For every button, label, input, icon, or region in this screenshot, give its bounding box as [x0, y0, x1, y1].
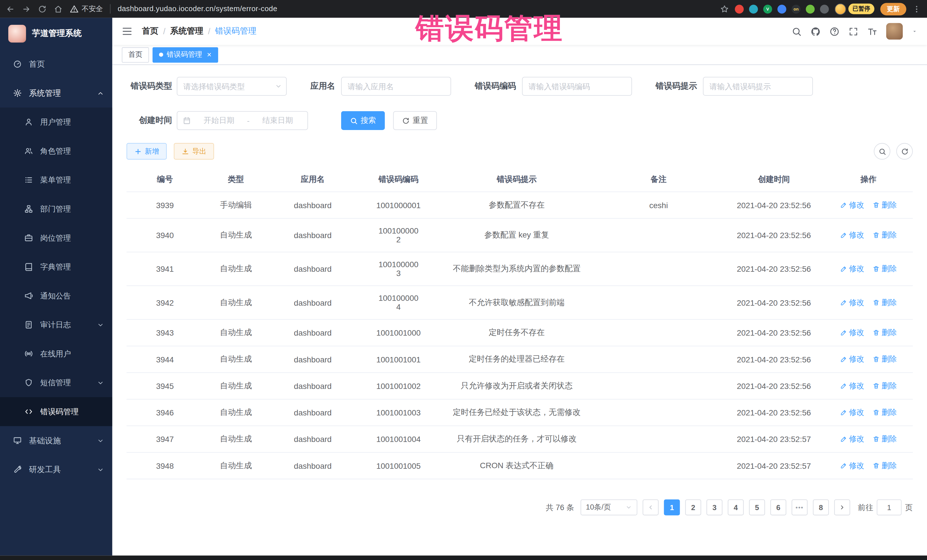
forward-icon[interactable]: [22, 5, 31, 14]
browser-update-button[interactable]: 更新: [880, 3, 906, 15]
delete-icon: [872, 329, 880, 336]
ext-green-check-icon[interactable]: V: [763, 5, 772, 14]
help-icon[interactable]: [830, 26, 839, 36]
edit-link[interactable]: 修改: [840, 230, 864, 240]
error-type-select[interactable]: [177, 77, 287, 96]
ext-green-dot-icon[interactable]: [806, 5, 815, 14]
date-range-picker[interactable]: 开始日期 - 结束日期: [177, 111, 308, 130]
delete-link[interactable]: 删除: [872, 354, 897, 365]
cell-app: dashboard: [268, 426, 357, 452]
hamburger-icon[interactable]: [122, 26, 132, 36]
cell-created: 2021-04-20 23:52:56: [723, 399, 824, 426]
browser-profile-avatar[interactable]: [835, 3, 846, 14]
refresh-table-button[interactable]: [896, 143, 913, 160]
url-text[interactable]: dashboard.yudao.iocoder.cn/system/error-…: [117, 5, 277, 13]
ext-puzzle-icon[interactable]: [820, 5, 829, 14]
sidebar-item-dict[interactable]: 字典管理: [0, 252, 112, 281]
kebab-menu-icon[interactable]: [912, 5, 921, 14]
edit-link[interactable]: 修改: [840, 381, 864, 391]
sidebar-item-role[interactable]: 角色管理: [0, 137, 112, 165]
sidebar-item-system[interactable]: 系统管理: [0, 79, 112, 108]
sidebar-item-dept[interactable]: 部门管理: [0, 194, 112, 223]
page-button-6[interactable]: 6: [770, 499, 786, 515]
delete-link[interactable]: 删除: [872, 434, 897, 444]
next-page-button[interactable]: [834, 499, 850, 515]
sidebar-item-sms[interactable]: 短信管理: [0, 368, 112, 397]
cell-actions: 修改删除: [824, 319, 913, 346]
delete-link[interactable]: 删除: [872, 297, 897, 308]
reload-icon[interactable]: [38, 5, 47, 14]
edit-link[interactable]: 修改: [840, 354, 864, 365]
ext-red-circle-icon[interactable]: [735, 5, 744, 14]
edit-link[interactable]: 修改: [840, 407, 864, 418]
page-button-8[interactable]: 8: [813, 499, 829, 515]
edit-link[interactable]: 修改: [840, 264, 864, 274]
edit-link[interactable]: 修改: [840, 327, 864, 338]
cell-created: 2021-04-20 23:52:56: [723, 252, 824, 286]
sidebar-item-dev-tools[interactable]: 研发工具: [0, 455, 112, 484]
search-button[interactable]: 搜索: [341, 111, 385, 130]
tab-error-code[interactable]: 错误码管理 ×: [153, 47, 218, 62]
edit-link[interactable]: 修改: [840, 297, 864, 308]
edit-link[interactable]: 修改: [840, 434, 864, 444]
reset-button[interactable]: 重置: [393, 111, 437, 130]
breadcrumb: 首页 / 系统管理 / 错误码管理: [142, 26, 257, 36]
delete-link[interactable]: 删除: [872, 460, 897, 471]
page-size-select[interactable]: 10条/页: [581, 499, 637, 515]
delete-link[interactable]: 删除: [872, 230, 897, 240]
search-icon[interactable]: [792, 26, 801, 36]
toggle-search-button[interactable]: [874, 143, 890, 160]
edit-label: 修改: [849, 264, 864, 274]
delete-label: 删除: [881, 407, 897, 418]
caret-down-icon[interactable]: [912, 28, 918, 34]
delete-link[interactable]: 删除: [872, 381, 897, 391]
sidebar-item-infra[interactable]: 基础设施: [0, 426, 112, 455]
ext-on-badge-icon[interactable]: on: [792, 5, 800, 14]
error-hint-input[interactable]: [703, 77, 813, 96]
tab-home[interactable]: 首页: [122, 47, 149, 62]
ext-teal-drop-icon[interactable]: [749, 5, 758, 14]
bookmark-star-icon[interactable]: [720, 5, 729, 14]
sidebar-item-online-user[interactable]: 在线用户: [0, 339, 112, 369]
cell-app: dashboard: [268, 252, 357, 286]
sidebar-item-home[interactable]: 首页: [0, 50, 112, 79]
breadcrumb-system[interactable]: 系统管理: [170, 26, 204, 36]
font-size-icon[interactable]: [868, 26, 877, 36]
delete-link[interactable]: 删除: [872, 200, 897, 211]
logo-row[interactable]: 芋道管理系统: [0, 18, 112, 50]
fullscreen-icon[interactable]: [848, 26, 858, 36]
sidebar-item-menu[interactable]: 菜单管理: [0, 165, 112, 194]
user-avatar[interactable]: [886, 23, 903, 39]
ext-color-grid-icon[interactable]: [778, 5, 786, 14]
browser-profile[interactable]: 已暂停: [835, 3, 874, 14]
export-button[interactable]: 导出: [174, 143, 214, 160]
delete-link[interactable]: 删除: [872, 264, 897, 274]
page-button-2[interactable]: 2: [685, 499, 701, 515]
back-icon[interactable]: [6, 5, 15, 14]
github-icon[interactable]: [811, 26, 821, 36]
page-button-1[interactable]: 1: [664, 499, 680, 515]
edit-link[interactable]: 修改: [840, 460, 864, 471]
breadcrumb-home[interactable]: 首页: [142, 26, 158, 36]
sidebar-item-audit-log[interactable]: 审计日志: [0, 310, 112, 339]
error-code-input[interactable]: [522, 77, 632, 96]
sidebar-item-post[interactable]: 岗位管理: [0, 223, 112, 252]
add-button[interactable]: 新增: [127, 143, 167, 160]
sidebar-item-error-code[interactable]: 错误码管理: [0, 397, 112, 426]
page-button-3[interactable]: 3: [707, 499, 722, 515]
sidebar-item-notice[interactable]: 通知公告: [0, 281, 112, 311]
browser-home-icon[interactable]: [54, 5, 63, 14]
prev-page-button[interactable]: [643, 499, 659, 515]
page-button-5[interactable]: 5: [749, 499, 765, 515]
app-name-input[interactable]: [341, 77, 451, 96]
filter-create-time: 创建时间 开始日期 - 结束日期: [127, 111, 308, 130]
page-button-4[interactable]: 4: [728, 499, 744, 515]
close-icon[interactable]: ×: [207, 51, 211, 58]
menu-list-icon: [24, 176, 33, 185]
security-indicator[interactable]: 不安全: [70, 4, 103, 14]
edit-link[interactable]: 修改: [840, 200, 864, 211]
delete-link[interactable]: 删除: [872, 407, 897, 418]
delete-link[interactable]: 删除: [872, 327, 897, 338]
sidebar-item-user[interactable]: 用户管理: [0, 108, 112, 137]
goto-page-input[interactable]: [877, 499, 902, 515]
